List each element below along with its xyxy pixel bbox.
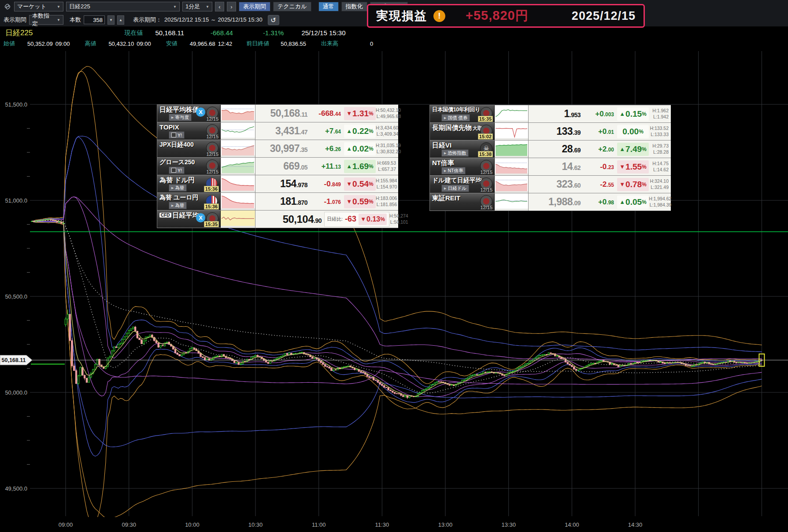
mini-chart-cell[interactable] [495, 123, 529, 140]
category-badge[interactable]: Y! [169, 131, 185, 139]
category-badge[interactable]: ▶為替 [169, 202, 187, 209]
category-badge[interactable]: ▶国債 債券 [441, 114, 470, 122]
reload-button[interactable]: ↺ [268, 15, 279, 25]
watchlist-row[interactable]: 東証REIT12/151,988.09+0.98▲0.05%H:1,994.62… [430, 193, 671, 211]
watchlist-panel-left: 日経平均株価X▶寄与度12/1550,168.11-668.44▼1.31%H:… [157, 104, 398, 228]
bar-count-input[interactable] [84, 15, 105, 24]
down-arrow-icon: ▼ [346, 198, 352, 205]
count-decrement-button[interactable]: ▼ [107, 15, 115, 25]
next-button[interactable]: › [227, 2, 236, 11]
symbol-select-value: 日経225 [69, 3, 90, 11]
instrument-name-cell[interactable]: CFD日経平均X15:35 [157, 211, 221, 228]
down-arrow-icon: ▼ [619, 181, 625, 188]
high-low-values: H:155.984L:154.970 [376, 178, 398, 190]
price-value: 1.953 [529, 108, 581, 120]
high-value: H:133.52 [649, 126, 669, 132]
mini-chart-cell[interactable] [221, 158, 255, 175]
change-value: -0.23 [581, 163, 614, 171]
mini-chart [221, 211, 255, 228]
high-low-values: H:1.962L:1.942 [649, 108, 670, 120]
category-badge[interactable]: ▶NT倍率 [441, 167, 466, 174]
watchlist-row[interactable]: TOPIXY!12/153,431.47+7.64▲0.22%H:3,434.6… [157, 122, 398, 140]
instrument-name-cell[interactable]: NT倍率▶NT倍率12/15 [430, 158, 495, 175]
x-social-icon[interactable]: X [196, 107, 205, 117]
instrument-name-cell[interactable]: 東証REIT12/15 [430, 193, 495, 211]
watchlist-row[interactable]: 日経平均株価X▶寄与度12/1550,168.11-668.44▼1.31%H:… [157, 105, 398, 122]
price-chart[interactable]: 51,500.051,000.050,500.050,000.049,500.0… [0, 0, 788, 532]
normal-mode-button[interactable]: 通常 [318, 2, 339, 11]
watchlist-row[interactable]: 日経VI☠▶恐怖指数15:3828.69+2.00▲7.49%H:29.73L:… [430, 140, 671, 158]
instrument-name-cell[interactable]: 日経平均株価X▶寄与度12/15 [157, 105, 221, 122]
watchlist-row[interactable]: ドル建て日経平均▶日経ドル12/15323.60-2.55▼0.78%H:324… [430, 176, 671, 193]
watchlist-row[interactable]: NT倍率▶NT倍率12/1514.62-0.23▼1.55%H:14.75L:1… [430, 158, 671, 176]
instrument-name-cell[interactable]: 長期国債先物大取15:02 [430, 123, 495, 140]
count-increment-button[interactable]: ▲ [117, 15, 124, 25]
mini-chart-cell[interactable] [495, 158, 529, 175]
watchlist-row[interactable]: 為替 ドル円▶為替15:36154.978-0.849▼0.54%H:155.9… [157, 175, 398, 193]
high-value: H:155.984 [376, 178, 397, 184]
high-low-values: H:183.006L:181.856 [376, 196, 398, 207]
change-value: -0.849 [307, 180, 341, 188]
mini-chart [495, 123, 528, 140]
svg-text:51,500.0: 51,500.0 [5, 101, 27, 108]
watchlist-row[interactable]: 日本国債10年利回り▶国債 債券15:351.953+0.003▲0.15%H:… [430, 105, 671, 123]
quote-values: 50,168.11-668.44▼1.31%H:50,432.10L:49,96… [255, 105, 398, 122]
high-value: H:183.006 [376, 196, 397, 202]
link-icon[interactable] [4, 3, 11, 11]
instrument-name-cell[interactable]: 日本国債10年利回り▶国債 債券15:35 [430, 105, 495, 122]
technical-button[interactable]: テクニカル [273, 2, 311, 11]
timeframe-select[interactable]: 1分足 ▼ [182, 2, 212, 11]
quote-time: 12/15 [206, 169, 218, 174]
instrument-name-cell[interactable]: グロース250Y!12/15 [157, 158, 221, 175]
mini-chart-cell[interactable] [221, 105, 255, 122]
mini-chart-cell[interactable] [495, 105, 529, 122]
up-arrow-icon: ▲ [619, 111, 625, 117]
low-value: L:181.856 [376, 202, 397, 208]
triangle-right-icon: ▶ [444, 169, 446, 173]
svg-text:09:30: 09:30 [122, 521, 136, 528]
mini-chart-cell[interactable] [495, 140, 529, 158]
quote-values: 323.60-2.55▼0.78%H:324.10L:321.49 [529, 176, 671, 193]
low-value: L:28.28 [649, 149, 669, 155]
instrument-name-cell[interactable]: 為替 ユーロ円▶為替15:36 [157, 193, 221, 210]
category-badge[interactable]: ▶日経ドル [441, 185, 469, 192]
category-badge[interactable]: ▶寄与度 [169, 114, 192, 121]
category-badge[interactable]: ▶恐怖指数 [441, 149, 469, 157]
category-badge[interactable]: ▶為替 [169, 184, 187, 192]
mini-chart [495, 105, 528, 122]
low-value: L:3,409.34 [376, 131, 398, 137]
instrument-name-cell[interactable]: 日経VI☠▶恐怖指数15:38 [430, 140, 495, 158]
market-select[interactable]: マーケット ▼ [14, 2, 63, 11]
instrument-name-cell[interactable]: ドル建て日経平均▶日経ドル12/15 [430, 176, 495, 193]
mini-chart-cell[interactable] [495, 193, 529, 211]
instrument-name-cell[interactable]: TOPIXY!12/15 [157, 122, 221, 140]
realized-pnl-date: 2025/12/15 [572, 9, 636, 23]
svg-text:50,000.0: 50,000.0 [5, 389, 27, 396]
mini-chart-cell[interactable] [221, 175, 255, 192]
display-period-button[interactable]: 表示期間 [239, 2, 270, 11]
mini-chart-cell[interactable] [221, 211, 255, 228]
watchlist-row[interactable]: 為替 ユーロ円▶為替15:36181.870-1.076▼0.59%H:183.… [157, 193, 398, 211]
mini-chart-cell[interactable] [495, 176, 529, 193]
watchlist-row[interactable]: 長期国債先物大取15:02133.39+0.010.00%H:133.52L:1… [430, 123, 671, 140]
triangle-right-icon: ▶ [171, 116, 174, 119]
quote-time: 15:35 [204, 221, 219, 227]
percent-change-badge: ▲0.22% [344, 125, 376, 138]
instrument-name-cell[interactable]: 為替 ドル円▶為替15:36 [157, 175, 221, 192]
watchlist-row[interactable]: CFD日経平均X15:3550,104.90日経比:-63▼0.13%H:50,… [157, 211, 398, 228]
prev-button[interactable]: ‹ [215, 2, 224, 11]
realized-pnl-value: +55,820円 [466, 7, 529, 25]
category-badge[interactable]: Y! [169, 166, 185, 174]
mini-chart-cell[interactable] [221, 140, 255, 157]
period-mode-select[interactable]: 本数指定 ▼ [29, 15, 63, 25]
mini-chart-cell[interactable] [221, 193, 255, 210]
svg-text:11:30: 11:30 [375, 521, 389, 528]
watchlist-row[interactable]: グロース250Y!12/15669.05+11.13▲1.69%H:669.53… [157, 158, 398, 175]
symbol-select[interactable]: 日経225 ▼ [66, 2, 180, 11]
watchlist-row[interactable]: JPX日経40012/1530,997.35+6.26▲0.02%H:31,03… [157, 140, 398, 158]
mini-chart-cell[interactable] [221, 122, 255, 140]
indexed-mode-button[interactable]: 指数化 [341, 2, 367, 11]
instrument-name-cell[interactable]: JPX日経40012/15 [157, 140, 221, 157]
change-value: +0.98 [581, 198, 614, 207]
mini-chart [221, 140, 255, 157]
